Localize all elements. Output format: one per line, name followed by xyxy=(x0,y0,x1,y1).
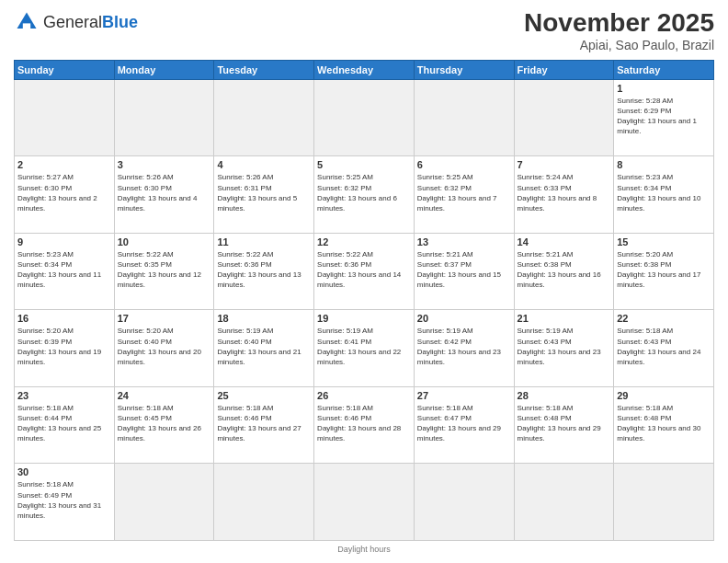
calendar-cell: 18Sunrise: 5:19 AMSunset: 6:40 PMDayligh… xyxy=(214,310,314,387)
calendar-cell: 7Sunrise: 5:24 AMSunset: 6:33 PMDaylight… xyxy=(514,156,614,234)
logo-blue: Blue xyxy=(102,13,138,31)
day-number: 14 xyxy=(518,236,611,247)
calendar-cell: 12Sunrise: 5:22 AMSunset: 6:36 PMDayligh… xyxy=(314,233,415,310)
col-header-friday: Friday xyxy=(514,60,614,79)
calendar-cell: 5Sunrise: 5:25 AMSunset: 6:32 PMDaylight… xyxy=(314,156,415,234)
day-info: Sunrise: 5:25 AMSunset: 6:32 PMDaylight:… xyxy=(317,172,411,213)
calendar-cell: 1Sunrise: 5:28 AMSunset: 6:29 PMDaylight… xyxy=(614,79,714,156)
calendar-cell: 26Sunrise: 5:18 AMSunset: 6:46 PMDayligh… xyxy=(314,386,415,464)
day-info: Sunrise: 5:19 AMSunset: 6:40 PMDaylight:… xyxy=(217,326,311,367)
day-info: Sunrise: 5:18 AMSunset: 6:49 PMDaylight:… xyxy=(17,479,111,521)
calendar-cell: 27Sunrise: 5:18 AMSunset: 6:47 PMDayligh… xyxy=(414,386,514,464)
day-info: Sunrise: 5:18 AMSunset: 6:45 PMDaylight:… xyxy=(118,403,211,444)
calendar-cell: 15Sunrise: 5:20 AMSunset: 6:38 PMDayligh… xyxy=(614,233,714,310)
day-info: Sunrise: 5:18 AMSunset: 6:47 PMDaylight:… xyxy=(417,403,511,444)
day-info: Sunrise: 5:18 AMSunset: 6:46 PMDaylight:… xyxy=(317,403,411,444)
calendar-cell xyxy=(114,79,214,156)
calendar-cell: 19Sunrise: 5:19 AMSunset: 6:41 PMDayligh… xyxy=(314,310,415,387)
day-number: 4 xyxy=(217,159,311,170)
calendar-cell: 11Sunrise: 5:22 AMSunset: 6:36 PMDayligh… xyxy=(214,233,314,310)
calendar-cell xyxy=(114,464,214,541)
day-info: Sunrise: 5:18 AMSunset: 6:46 PMDaylight:… xyxy=(217,403,311,444)
day-info: Sunrise: 5:28 AMSunset: 6:29 PMDaylight:… xyxy=(617,96,711,137)
day-number: 23 xyxy=(17,390,111,401)
footer-note: Daylight hours xyxy=(14,545,714,554)
day-info: Sunrise: 5:18 AMSunset: 6:44 PMDaylight:… xyxy=(17,403,111,444)
calendar-cell: 3Sunrise: 5:26 AMSunset: 6:30 PMDaylight… xyxy=(114,156,214,234)
day-number: 17 xyxy=(118,313,211,324)
day-info: Sunrise: 5:22 AMSunset: 6:35 PMDaylight:… xyxy=(118,249,211,291)
day-info: Sunrise: 5:20 AMSunset: 6:40 PMDaylight:… xyxy=(118,326,211,367)
day-number: 21 xyxy=(518,313,611,324)
calendar-table: SundayMondayTuesdayWednesdayThursdayFrid… xyxy=(14,60,714,541)
day-info: Sunrise: 5:23 AMSunset: 6:34 PMDaylight:… xyxy=(617,172,711,213)
day-number: 18 xyxy=(217,313,311,324)
day-number: 8 xyxy=(617,159,711,170)
location: Apiai, Sao Paulo, Brazil xyxy=(524,38,714,52)
day-number: 2 xyxy=(17,159,111,170)
day-info: Sunrise: 5:18 AMSunset: 6:48 PMDaylight:… xyxy=(518,403,611,444)
day-number: 29 xyxy=(617,390,711,401)
day-info: Sunrise: 5:20 AMSunset: 6:39 PMDaylight:… xyxy=(17,326,111,367)
day-info: Sunrise: 5:21 AMSunset: 6:38 PMDaylight:… xyxy=(518,249,611,291)
generalblue-logo-icon xyxy=(14,9,40,35)
day-info: Sunrise: 5:23 AMSunset: 6:34 PMDaylight:… xyxy=(17,249,111,291)
calendar-cell xyxy=(414,464,514,541)
calendar-cell xyxy=(514,464,614,541)
page: GeneralBlue November 2025 Apiai, Sao Pau… xyxy=(0,0,728,563)
col-header-sunday: Sunday xyxy=(15,60,115,79)
calendar-cell: 25Sunrise: 5:18 AMSunset: 6:46 PMDayligh… xyxy=(214,386,314,464)
day-number: 11 xyxy=(217,236,311,247)
day-number: 20 xyxy=(417,313,511,324)
day-info: Sunrise: 5:22 AMSunset: 6:36 PMDaylight:… xyxy=(317,249,411,291)
day-number: 15 xyxy=(617,236,711,247)
day-number: 6 xyxy=(417,159,511,170)
calendar-cell: 4Sunrise: 5:26 AMSunset: 6:31 PMDaylight… xyxy=(214,156,314,234)
calendar-cell: 28Sunrise: 5:18 AMSunset: 6:48 PMDayligh… xyxy=(514,386,614,464)
calendar-cell: 2Sunrise: 5:27 AMSunset: 6:30 PMDaylight… xyxy=(15,156,115,234)
svg-rect-2 xyxy=(23,23,30,29)
calendar-cell: 14Sunrise: 5:21 AMSunset: 6:38 PMDayligh… xyxy=(514,233,614,310)
day-number: 26 xyxy=(317,390,411,401)
calendar-cell: 17Sunrise: 5:20 AMSunset: 6:40 PMDayligh… xyxy=(114,310,214,387)
day-number: 7 xyxy=(518,159,611,170)
day-number: 27 xyxy=(417,390,511,401)
day-info: Sunrise: 5:22 AMSunset: 6:36 PMDaylight:… xyxy=(217,249,311,291)
day-number: 28 xyxy=(518,390,611,401)
day-info: Sunrise: 5:19 AMSunset: 6:43 PMDaylight:… xyxy=(518,326,611,367)
calendar-cell: 20Sunrise: 5:19 AMSunset: 6:42 PMDayligh… xyxy=(414,310,514,387)
day-number: 9 xyxy=(17,236,111,247)
calendar-cell: 9Sunrise: 5:23 AMSunset: 6:34 PMDaylight… xyxy=(15,233,115,310)
calendar-cell: 6Sunrise: 5:25 AMSunset: 6:32 PMDaylight… xyxy=(414,156,514,234)
day-number: 22 xyxy=(617,313,711,324)
header: GeneralBlue November 2025 Apiai, Sao Pau… xyxy=(14,9,714,52)
day-info: Sunrise: 5:19 AMSunset: 6:41 PMDaylight:… xyxy=(317,326,411,367)
calendar-cell: 23Sunrise: 5:18 AMSunset: 6:44 PMDayligh… xyxy=(15,386,115,464)
logo-general: General xyxy=(43,13,102,31)
day-info: Sunrise: 5:20 AMSunset: 6:38 PMDaylight:… xyxy=(617,249,711,291)
day-info: Sunrise: 5:26 AMSunset: 6:30 PMDaylight:… xyxy=(118,172,211,213)
day-number: 13 xyxy=(417,236,511,247)
day-number: 25 xyxy=(217,390,311,401)
day-info: Sunrise: 5:21 AMSunset: 6:37 PMDaylight:… xyxy=(417,249,511,291)
day-number: 24 xyxy=(118,390,211,401)
calendar-cell xyxy=(214,464,314,541)
calendar-cell: 16Sunrise: 5:20 AMSunset: 6:39 PMDayligh… xyxy=(15,310,115,387)
calendar-cell xyxy=(15,79,115,156)
day-info: Sunrise: 5:18 AMSunset: 6:43 PMDaylight:… xyxy=(617,326,711,367)
calendar-cell: 13Sunrise: 5:21 AMSunset: 6:37 PMDayligh… xyxy=(414,233,514,310)
col-header-saturday: Saturday xyxy=(614,60,714,79)
day-number: 30 xyxy=(17,466,111,477)
title-block: November 2025 Apiai, Sao Paulo, Brazil xyxy=(524,9,714,52)
day-info: Sunrise: 5:26 AMSunset: 6:31 PMDaylight:… xyxy=(217,172,311,213)
calendar-cell: 29Sunrise: 5:18 AMSunset: 6:48 PMDayligh… xyxy=(614,386,714,464)
calendar-cell xyxy=(614,464,714,541)
col-header-wednesday: Wednesday xyxy=(314,60,415,79)
day-info: Sunrise: 5:25 AMSunset: 6:32 PMDaylight:… xyxy=(417,172,511,213)
col-header-thursday: Thursday xyxy=(414,60,514,79)
day-number: 16 xyxy=(17,313,111,324)
col-header-monday: Monday xyxy=(114,60,214,79)
day-info: Sunrise: 5:19 AMSunset: 6:42 PMDaylight:… xyxy=(417,326,511,367)
calendar-cell: 8Sunrise: 5:23 AMSunset: 6:34 PMDaylight… xyxy=(614,156,714,234)
month-title: November 2025 xyxy=(524,9,714,38)
